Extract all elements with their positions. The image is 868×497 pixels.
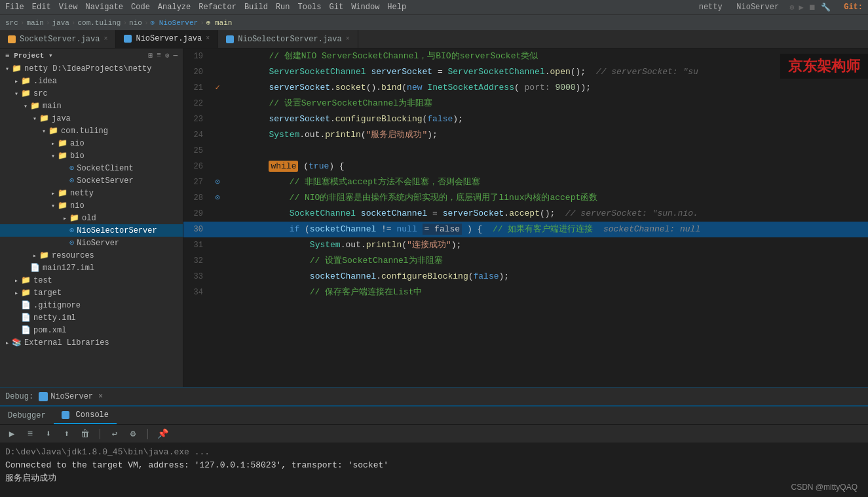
- wrap-btn[interactable]: ↩: [108, 427, 121, 441]
- clear-btn[interactable]: 🗑: [79, 427, 92, 441]
- git-label: Git:: [844, 3, 863, 12]
- menu-file[interactable]: File: [5, 3, 24, 12]
- menu-refactor[interactable]: Refactor: [198, 3, 236, 12]
- debug-session-label: NioServer: [50, 392, 93, 401]
- tree-netty2[interactable]: ▸ 📁 netty: [0, 187, 183, 199]
- sidebar-icon-3[interactable]: ⚙: [165, 51, 170, 60]
- tree-nettyiml[interactable]: 📄 netty.iml: [0, 311, 183, 324]
- menu-help[interactable]: Help: [387, 3, 406, 12]
- sidebar-icon-4[interactable]: —: [173, 51, 178, 60]
- folder-icon: 📁: [58, 188, 67, 198]
- tree-label: SocketServer: [77, 176, 133, 186]
- menu-view[interactable]: View: [59, 3, 78, 12]
- bc-sep6: ›: [200, 19, 204, 27]
- arrow-spacer: [12, 314, 21, 321]
- scroll-up-btn[interactable]: ⬆: [60, 427, 73, 441]
- arrow-icon: ▾: [39, 127, 48, 135]
- tree-socketserver-file[interactable]: ⊙ SocketServer: [0, 174, 183, 187]
- tree-java[interactable]: ▾ 📁 java: [0, 112, 183, 125]
- tree-mainiml[interactable]: 📄 main127.iml: [0, 262, 183, 274]
- bc-sep4: ›: [123, 19, 127, 27]
- tree-aio[interactable]: ▸ 📁 aio: [0, 137, 183, 149]
- filter-btn[interactable]: ≡: [24, 427, 37, 441]
- tab-debugger[interactable]: Debugger: [0, 407, 54, 424]
- code-line-28: 28 ⊙ // NIO的非阻塞是由操作系统内部实现的，底层调用了linux内核的…: [183, 190, 868, 206]
- tree-label: nio: [70, 201, 85, 210]
- scroll-down-btn[interactable]: ⬇: [42, 427, 55, 441]
- tree-gitignore[interactable]: 📄 .gitignore: [0, 299, 183, 311]
- menu-analyze[interactable]: Analyze: [158, 3, 191, 12]
- settings-btn[interactable]: ⚙: [126, 427, 140, 441]
- code-line-34: 34 // 保存客户端连接在List中: [183, 285, 868, 300]
- tab-socketserver-close[interactable]: ×: [104, 35, 107, 43]
- tree-netty[interactable]: ▾ 📁 netty D:\IdeaProjects\netty: [0, 62, 183, 75]
- tree-test[interactable]: ▸ 📁 test: [0, 274, 183, 287]
- editor-tab-bar: SocketServer.java × NioServer.java × Nio…: [0, 30, 868, 49]
- console-line-1: D:\dev\Java\jdk1.8.0_45\bin\java.exe ...: [5, 446, 863, 459]
- bc-main[interactable]: main: [26, 19, 43, 27]
- tree-label: SocketClient: [77, 164, 133, 173]
- tree-label: bio: [70, 151, 85, 161]
- tree-external-libraries[interactable]: ▸ 📚 External Libraries: [0, 336, 183, 349]
- bc-src[interactable]: src: [5, 19, 18, 27]
- tree-main[interactable]: ▾ 📁 main: [0, 100, 183, 112]
- menu-navigate[interactable]: Navigate: [85, 3, 123, 12]
- breadcrumb: src › main › java › com.tuling › nio › ⊙…: [0, 14, 868, 30]
- tab-nioselectorserver-close[interactable]: ×: [346, 35, 350, 43]
- tree-nio[interactable]: ▾ 📁 nio: [0, 199, 183, 212]
- tree-label: test: [33, 276, 52, 285]
- tree-nioselectorserver-file[interactable]: ⊙ NioSelectorServer: [0, 224, 183, 237]
- arrow-spacer: [12, 327, 21, 334]
- tree-nioserver-file[interactable]: ⊙ NioServer: [0, 237, 183, 249]
- tab-nioserver-label: NioServer.java: [136, 34, 202, 43]
- sidebar-icon-2[interactable]: ≡: [157, 51, 161, 60]
- tab-nioserver-close[interactable]: ×: [206, 35, 210, 42]
- tree-comtuling[interactable]: ▾ 📁 com.tuling: [0, 125, 183, 137]
- tree-label: netty: [70, 189, 94, 198]
- tree-socketclient[interactable]: ⊙ SocketClient: [0, 162, 183, 174]
- pin-btn[interactable]: 📌: [156, 427, 169, 441]
- tree-pomxml[interactable]: 📄 pom.xml: [0, 324, 183, 336]
- menu-edit[interactable]: Edit: [32, 3, 51, 12]
- bc-com[interactable]: com.tuling: [77, 19, 121, 27]
- folder-icon: 📁: [39, 113, 49, 123]
- iml-file-icon: 📄: [21, 313, 31, 323]
- bc-main2[interactable]: ⊕ main: [206, 18, 233, 27]
- tree-src[interactable]: ▾ 📁 src: [0, 87, 183, 100]
- tab-nioserver-icon: [124, 35, 132, 43]
- arrow-icon: ▸: [48, 189, 58, 197]
- sidebar-icon-1[interactable]: ⊞: [149, 51, 153, 60]
- code-line-21: 21 ✓ serverSocket.socket().bind(new Inet…: [183, 80, 868, 96]
- tree-idea[interactable]: ▸ 📁 .idea: [0, 75, 183, 87]
- folder-icon: 📁: [58, 138, 67, 148]
- menu-git[interactable]: Git: [330, 3, 344, 12]
- bc-nioserver[interactable]: ⊙ NioServer: [151, 18, 198, 27]
- menu-run[interactable]: Run: [276, 3, 290, 12]
- run-btn[interactable]: ▶: [5, 427, 18, 441]
- tab-nioselectorserver[interactable]: NioSelectorServer.java ×: [218, 30, 358, 48]
- bc-java[interactable]: java: [52, 19, 69, 27]
- folder-icon: 📁: [30, 101, 40, 111]
- tab-nioserver[interactable]: NioServer.java ×: [116, 30, 218, 48]
- tree-label: .idea: [33, 77, 57, 86]
- tree-bio[interactable]: ▾ 📁 bio: [0, 149, 183, 162]
- arrow-spacer: [12, 302, 21, 309]
- arrow-icon: ▸: [30, 252, 39, 260]
- tree-target[interactable]: ▸ 📁 target: [0, 287, 183, 299]
- menu-window[interactable]: Window: [351, 3, 379, 12]
- code-editor[interactable]: 19 // 创建NIO ServerSocketChannel，与BIO的ser…: [183, 49, 868, 387]
- sidebar-title: ≡ Project ▾: [5, 51, 53, 60]
- tab-console[interactable]: Console: [54, 407, 117, 424]
- debug-close-btn[interactable]: ×: [98, 392, 103, 401]
- tree-old[interactable]: ▸ 📁 old: [0, 212, 183, 224]
- tab-socketserver[interactable]: SocketServer.java ×: [0, 30, 116, 48]
- menu-code[interactable]: Code: [131, 3, 150, 12]
- bc-sep5: ›: [144, 19, 149, 27]
- tree-resources[interactable]: ▸ 📁 resources: [0, 249, 183, 262]
- tree-label: main127.iml: [43, 264, 94, 273]
- menu-bar: File Edit View Navigate Code Analyze Ref…: [0, 0, 868, 14]
- bc-nio[interactable]: nio: [129, 19, 142, 27]
- menu-build[interactable]: Build: [244, 3, 268, 12]
- java-file-icon: ⊙: [69, 226, 74, 235]
- menu-tools[interactable]: Tools: [298, 3, 322, 12]
